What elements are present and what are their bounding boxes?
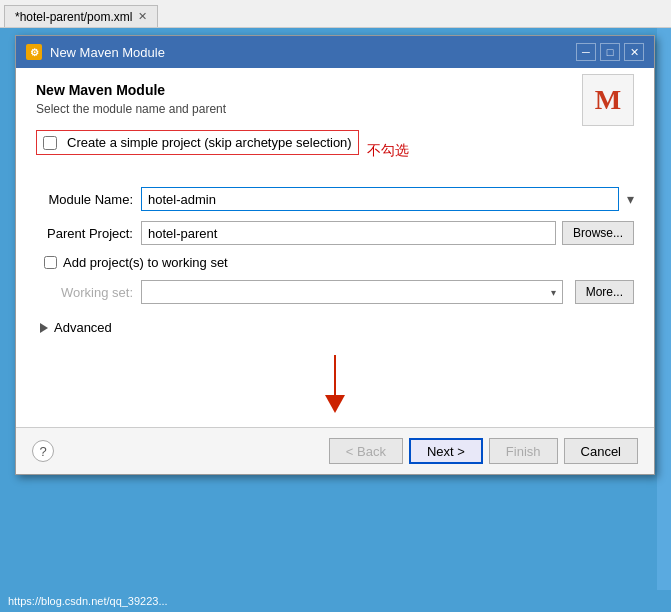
working-set-label: Working set: [36,285,141,300]
advanced-label[interactable]: Advanced [54,320,112,335]
simple-project-label: Create a simple project (skip archetype … [67,135,352,150]
parent-project-label: Parent Project: [36,226,141,241]
module-name-row: Module Name: ▾ [36,187,634,211]
browse-button[interactable]: Browse... [562,221,634,245]
dialog-title-text: New Maven Module [50,45,165,60]
arrow-annotation [36,355,634,413]
working-set-checkbox[interactable] [44,256,57,269]
parent-project-row: Parent Project: Browse... [36,221,634,245]
tab-label: *hotel-parent/pom.xml [15,10,132,24]
parent-project-input-wrap: Browse... [141,221,634,245]
tab-pom-xml[interactable]: *hotel-parent/pom.xml ✕ [4,5,158,27]
working-set-checkbox-row: Add project(s) to working set [44,255,634,270]
dialog-heading: New Maven Module [36,82,634,98]
maven-icon: M [582,74,634,126]
close-button[interactable]: ✕ [624,43,644,61]
module-name-input[interactable] [141,187,619,211]
annotation-text: 不勾选 [367,142,409,160]
dropdown-chevron-icon: ▾ [551,287,556,298]
module-name-label: Module Name: [36,192,141,207]
minimize-button[interactable]: ─ [576,43,596,61]
dialog-titlebar: ⚙ New Maven Module ─ □ ✕ [16,36,654,68]
module-name-input-wrap: ▾ [141,187,634,211]
working-set-dropdown[interactable]: ▾ [141,280,563,304]
advanced-expand-icon[interactable] [40,323,48,333]
url-bar: https://blog.csdn.net/qq_39223... [0,590,671,612]
new-maven-module-dialog: ⚙ New Maven Module ─ □ ✕ M New Maven Mod… [15,35,655,475]
tab-close-icon[interactable]: ✕ [138,10,147,23]
simple-project-checkbox-row: Create a simple project (skip archetype … [36,130,359,155]
right-edge [657,28,671,590]
cancel-button[interactable]: Cancel [564,438,638,464]
advanced-section: Advanced [36,320,634,335]
tab-bar: *hotel-parent/pom.xml ✕ [0,0,671,28]
help-button[interactable]: ? [32,440,54,462]
next-button[interactable]: Next > [409,438,483,464]
finish-button[interactable]: Finish [489,438,558,464]
maximize-button[interactable]: □ [600,43,620,61]
arrow-head-icon [325,395,345,413]
url-text: https://blog.csdn.net/qq_39223... [8,595,168,607]
parent-project-input[interactable] [141,221,556,245]
dialog-bottom: ? < Back Next > Finish Cancel [16,427,654,474]
working-set-row: Working set: ▾ More... [36,280,634,304]
arrow-shaft [334,355,336,395]
simple-project-checkbox[interactable] [43,136,57,150]
dialog-content: M New Maven Module Select the module nam… [16,68,654,427]
dropdown-arrow-icon[interactable]: ▾ [627,191,634,207]
bottom-button-group: < Back Next > Finish Cancel [329,438,638,464]
dialog-title-icon: ⚙ [26,44,42,60]
working-set-checkbox-label: Add project(s) to working set [63,255,228,270]
dialog-title-group: ⚙ New Maven Module [26,44,165,60]
back-button[interactable]: < Back [329,438,403,464]
more-button[interactable]: More... [575,280,634,304]
dialog-control-buttons: ─ □ ✕ [576,43,644,61]
dialog-subheading: Select the module name and parent [36,102,634,116]
maven-letter: M [595,84,621,116]
